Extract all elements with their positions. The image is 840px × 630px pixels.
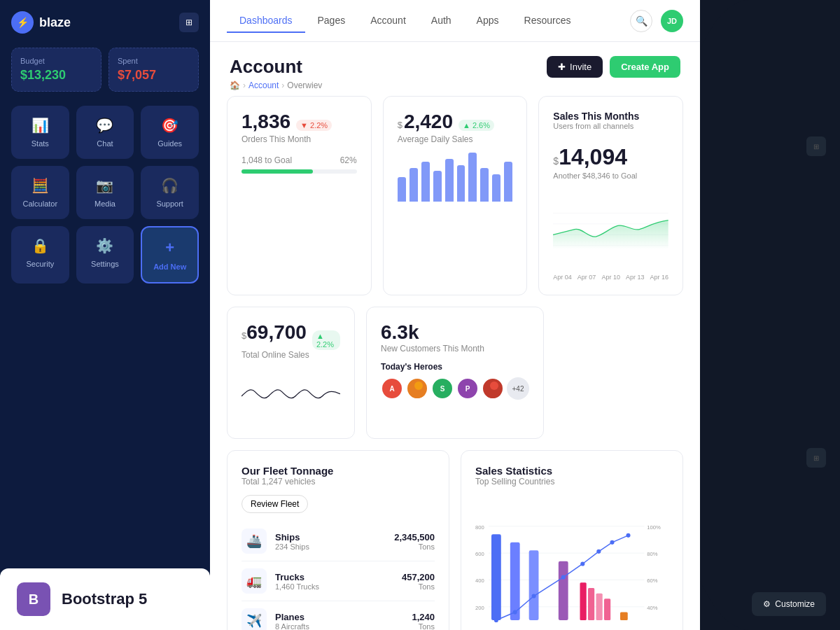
ships-name: Ships <box>275 532 386 542</box>
sidebar-menu-icon[interactable]: ⊞ <box>179 13 199 32</box>
invite-button[interactable]: ✚ Invite <box>547 56 603 78</box>
sales-big-row: $ 14,094 <box>553 137 668 170</box>
daily-sales-value: 2,420 <box>404 111 453 133</box>
svg-point-31 <box>532 594 536 598</box>
hero-more-count: +42 <box>507 377 529 400</box>
orders-label: Orders This Month <box>241 134 357 144</box>
page-actions: ✚ Invite Create App <box>547 56 680 78</box>
customize-icon: ⚙ <box>763 599 771 609</box>
sidebar-item-label: Add New <box>153 262 186 271</box>
ships-count: 234 Ships <box>275 542 386 551</box>
page-header: Account 🏠 › Account › Overwiev ✚ Invite … <box>210 42 700 96</box>
fleet-info-ships: Ships 234 Ships <box>275 532 386 551</box>
bar <box>433 171 442 202</box>
budget-label: Budget <box>20 57 92 65</box>
breadcrumb-current: Overwiev <box>287 80 322 90</box>
spent-label: Spent <box>118 57 190 65</box>
right-panel-icon-top[interactable]: ⊞ <box>806 136 826 156</box>
svg-text:200: 200 <box>475 605 484 611</box>
breadcrumb-account[interactable]: Account <box>248 80 279 90</box>
svg-point-5 <box>412 391 426 400</box>
sidebar-item-support[interactable]: 🎧 Support <box>141 166 199 219</box>
bootstrap-logo: B <box>17 582 50 616</box>
fleet-title: Our Fleet Tonnage <box>241 465 435 477</box>
bar <box>480 168 489 202</box>
sidebar-item-add-new[interactable]: + Add New <box>141 226 199 284</box>
bar <box>468 153 477 202</box>
x-label-5: Apr 16 <box>650 274 668 281</box>
tab-resources[interactable]: Resources <box>512 9 584 33</box>
tab-pages[interactable]: Pages <box>305 9 358 33</box>
svg-point-6 <box>490 382 498 390</box>
trucks-icon: 🚛 <box>241 568 267 594</box>
fleet-info-trucks: Trucks 1,460 Trucks <box>275 572 393 591</box>
tab-dashboards[interactable]: Dashboards <box>227 9 305 33</box>
customize-button[interactable]: ⚙ Customize <box>752 592 826 616</box>
customers-card: 6.3k New Customers This Month Today's He… <box>366 307 544 439</box>
bar <box>398 177 406 202</box>
right-panel: ⊞ ⊞ ⚙ Customize <box>700 0 840 630</box>
fleet-sub: Total 1,247 vehicles <box>241 477 435 486</box>
budget-card: Budget $13,230 <box>11 48 102 92</box>
calculator-icon: 🧮 <box>31 177 49 194</box>
svg-point-33 <box>580 561 584 566</box>
ships-num: 2,345,500 <box>394 532 435 542</box>
tab-apps[interactable]: Apps <box>464 9 512 33</box>
fleet-row-ships: 🚢 Ships 234 Ships 2,345,500 Tons <box>241 522 435 561</box>
sidebar-item-chat[interactable]: 💬 Chat <box>76 106 134 159</box>
sidebar-item-label: Chat <box>97 139 113 148</box>
search-button[interactable]: 🔍 <box>630 10 652 32</box>
bar <box>421 162 430 202</box>
spent-card: Spent $7,057 <box>108 48 199 92</box>
right-panel-icon-mid[interactable]: ⊞ <box>806 448 826 468</box>
tab-auth[interactable]: Auth <box>419 9 464 33</box>
sales-stats-sub: Top Selling Countries <box>475 477 668 486</box>
wavy-chart <box>241 368 340 424</box>
user-avatar[interactable]: JD <box>661 10 683 32</box>
svg-rect-28 <box>620 612 628 621</box>
tab-account[interactable]: Account <box>358 9 419 33</box>
heroes-section: Today's Heroes A S P +42 <box>381 362 529 400</box>
ships-val: 2,345,500 Tons <box>394 532 435 551</box>
sidebar-item-guides[interactable]: 🎯 Guides <box>141 106 199 159</box>
trucks-name: Trucks <box>275 572 393 582</box>
bootstrap-card: B Bootstrap 5 <box>0 568 210 630</box>
create-app-button[interactable]: Create App <box>610 56 680 78</box>
page-title-area: Account 🏠 › Account › Overwiev <box>230 56 322 90</box>
daily-sales-badge: ▲ 2.6% <box>458 120 494 131</box>
budget-cards: Budget $13,230 Spent $7,057 <box>11 48 199 92</box>
trucks-val: 457,200 Tons <box>402 572 435 591</box>
planes-name: Planes <box>275 612 403 622</box>
orders-value-row: 1,836 ▼ 2.2% <box>241 111 357 133</box>
customers-value: 6.3k <box>381 321 529 344</box>
sidebar-item-label: Media <box>94 200 115 208</box>
svg-point-36 <box>626 533 630 538</box>
guides-icon: 🎯 <box>161 117 178 134</box>
svg-point-35 <box>610 540 614 545</box>
online-sales-badge: ▲ 2.2% <box>312 330 340 350</box>
review-fleet-button[interactable]: Review Fleet <box>241 495 308 513</box>
online-sales-label: Total Online Sales <box>241 350 340 360</box>
media-icon: 📷 <box>96 177 113 194</box>
svg-rect-26 <box>596 594 603 620</box>
svg-point-4 <box>414 382 423 390</box>
sidebar-item-calculator[interactable]: 🧮 Calculator <box>11 166 69 219</box>
sidebar-item-stats[interactable]: 📊 Stats <box>11 106 69 159</box>
goal-text: 1,048 to Goal <box>241 155 292 165</box>
svg-rect-24 <box>580 582 587 620</box>
sidebar-item-security[interactable]: 🔒 Security <box>11 226 69 284</box>
svg-rect-20 <box>491 534 501 620</box>
sidebar-item-settings[interactable]: ⚙️ Settings <box>76 226 134 284</box>
sidebar-item-media[interactable]: 📷 Media <box>76 166 134 219</box>
daily-sales-row: $ 2,420 ▲ 2.6% <box>398 111 513 133</box>
svg-text:400: 400 <box>475 578 484 584</box>
customers-label: New Customers This Month <box>381 344 529 354</box>
sidebar-item-label: Security <box>26 260 54 268</box>
svg-text:60%: 60% <box>647 578 658 584</box>
wavy-svg <box>241 368 340 424</box>
spent-value: $7,057 <box>118 68 190 83</box>
ships-icon: 🚢 <box>241 528 267 554</box>
right-panel-curve <box>700 0 840 630</box>
svg-rect-23 <box>559 561 568 620</box>
svg-text:100%: 100% <box>647 524 661 531</box>
